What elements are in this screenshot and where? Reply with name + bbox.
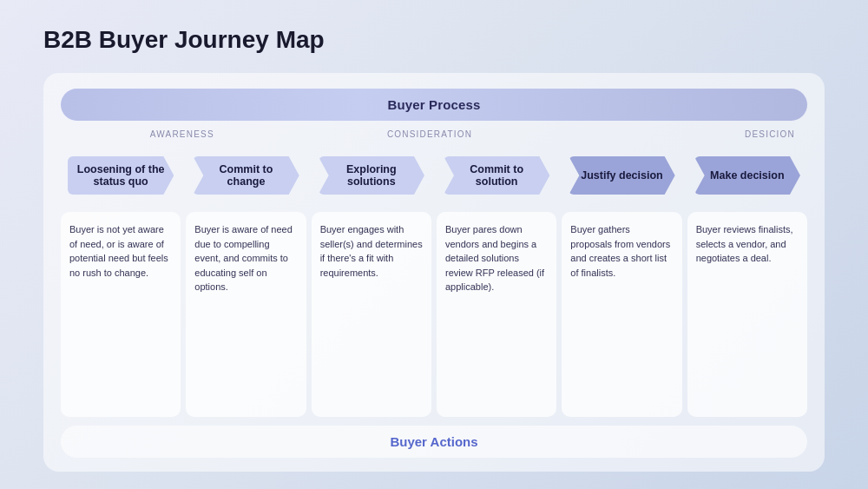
page-title: B2B Buyer Journey Map [43,26,825,54]
steps-header-row: Loosening of the status quoCommit to cha… [61,148,807,203]
stage-decision-label: DESICION [559,129,804,139]
stage-labels-row: AWARENESS CONSIDERATION DESICION [61,129,807,139]
step-header-commit-change: Commit to change [186,148,306,203]
stage-awareness-label: AWARENESS [64,129,300,139]
main-card: Buyer Process AWARENESS CONSIDERATION DE… [43,73,825,472]
step-header-inner-justify: Justify decision [569,156,674,195]
desc-card-justify: Buyer gathers proposals from vendors and… [562,212,681,417]
step-header-inner-exploring: Exploring solutions [319,156,424,195]
desc-card-commit-solution: Buyer pares down vendors and begins a de… [437,212,556,417]
buyer-actions-banner: Buyer Actions [61,426,807,458]
desc-cards-row: Buyer is not yet aware of need, or is aw… [61,212,807,417]
step-header-inner-loosening: Loosening of the status quo [68,156,174,195]
buyer-process-banner: Buyer Process [61,89,807,121]
step-header-commit-solution: Commit to solution [437,148,556,203]
step-header-inner-commit-solution: Commit to solution [444,156,549,195]
stage-consideration-label: CONSIDERATION [300,129,560,139]
step-header-exploring: Exploring solutions [312,148,431,203]
step-header-make-decision: Make decision [687,148,807,203]
desc-card-commit-change: Buyer is aware of need due to compelling… [186,212,306,417]
step-header-inner-commit-change: Commit to change [193,156,299,195]
step-header-justify: Justify decision [562,148,681,203]
desc-card-exploring: Buyer engages with seller(s) and determi… [312,212,431,417]
step-header-inner-make-decision: Make decision [694,156,800,195]
desc-card-make-decision: Buyer reviews finalists, selects a vendo… [687,212,807,417]
step-header-loosening: Loosening of the status quo [61,148,181,203]
desc-card-loosening: Buyer is not yet aware of need, or is aw… [61,212,181,417]
